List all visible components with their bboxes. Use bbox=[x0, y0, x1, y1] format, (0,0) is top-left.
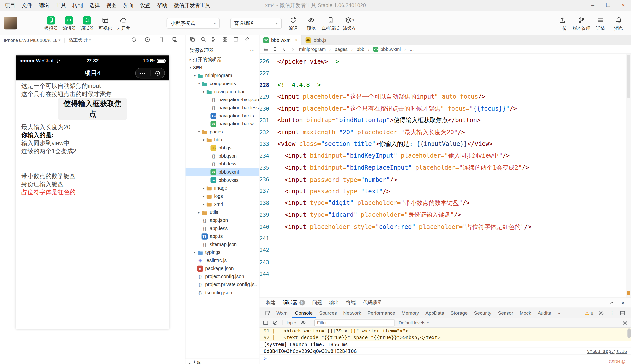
code-line[interactable]: 236 <input password type="number"/> bbox=[260, 174, 626, 186]
console-settings-icon[interactable] bbox=[622, 320, 628, 326]
devtools-tab-sensor[interactable]: Sensor bbox=[495, 308, 516, 318]
hot-reload-toggle[interactable]: 热重载 开▾ bbox=[69, 37, 91, 43]
tree-item[interactable]: ▾miniprogram bbox=[185, 72, 259, 80]
devtools-tab-network[interactable]: Network bbox=[340, 308, 364, 318]
editor-tab[interactable]: <>bbb.wxml× bbox=[260, 36, 302, 45]
input-placeholder-text[interactable]: 身份证输入键盘 bbox=[16, 180, 169, 188]
code-line[interactable]: 237 <input password type="text"/> bbox=[260, 186, 626, 197]
menu-item[interactable]: 工具 bbox=[52, 0, 69, 11]
breadcrumb-item[interactable]: <>bbb.wxml bbox=[373, 46, 401, 52]
tree-item[interactable]: <>navigation-bar.wxml bbox=[185, 120, 259, 128]
warning-counter[interactable]: ⚠8 bbox=[585, 310, 593, 316]
code-line[interactable]: 244 bbox=[260, 268, 626, 280]
menu-item[interactable]: 编辑 bbox=[36, 0, 53, 11]
code-line[interactable]: 229<input placeholder="这是一个可以自动聚焦的input"… bbox=[260, 91, 626, 103]
panel-tab[interactable]: 输出 bbox=[329, 299, 339, 306]
simulator-button[interactable]: 模拟器 bbox=[42, 11, 60, 35]
menu-item[interactable]: 选择 bbox=[86, 0, 103, 11]
input-placeholder-text[interactable]: 这个只有在按钮点击的时候才聚焦 bbox=[16, 90, 169, 98]
shot-button[interactable] bbox=[172, 37, 178, 44]
outline-section[interactable]: ▸大纲 bbox=[185, 358, 259, 364]
panel-tab[interactable]: 问题 bbox=[312, 299, 322, 306]
tree-item[interactable]: {}app.less bbox=[185, 224, 259, 232]
minimize-button[interactable]: – bbox=[585, 0, 600, 11]
code-editor[interactable]: 226</picker-view>-->227228<!--4.4.8-->22… bbox=[260, 54, 626, 298]
tree-item[interactable]: JSbbb.js bbox=[185, 144, 259, 152]
menu-item[interactable]: 文件 bbox=[19, 0, 36, 11]
tree-item[interactable]: {}bbb.less bbox=[185, 160, 259, 168]
breadcrumb-item[interactable]: bbb bbox=[357, 46, 365, 52]
code-line[interactable]: 239 <input type="idcard" placeholder="身份… bbox=[260, 209, 626, 221]
code-line[interactable]: 230<input placeholder="这个只有在按钮点击的时候才聚焦" … bbox=[260, 103, 626, 114]
tree-item[interactable]: {}navigation-bar.less bbox=[185, 104, 259, 112]
focus-button[interactable]: 使得输入框获取焦点 bbox=[58, 98, 127, 120]
breadcrumb-item[interactable]: ... bbox=[409, 46, 413, 52]
code-line[interactable]: 238 <input type="digit" placeholder="带小数… bbox=[260, 197, 626, 209]
input-placeholder-text[interactable]: 这是一个可以自动聚焦的input bbox=[16, 82, 169, 90]
devtools-tab-storage[interactable]: Storage bbox=[448, 308, 471, 318]
debugger-button[interactable]: 调试器 bbox=[78, 11, 96, 35]
tree-item[interactable]: {}sitemap.json bbox=[185, 240, 259, 248]
preview-button[interactable]: 预览 bbox=[302, 11, 320, 35]
capsule-home-button[interactable] bbox=[150, 71, 165, 75]
version-control-button[interactable]: 版本管理 bbox=[571, 11, 591, 35]
devtools-tab-performance[interactable]: Performance bbox=[364, 308, 398, 318]
clear-cache-button[interactable]: ▾清缓存 bbox=[340, 11, 358, 35]
breadcrumb-item[interactable]: pages bbox=[335, 46, 348, 52]
input-placeholder-text[interactable]: 最大输入长度为20 bbox=[16, 123, 169, 131]
console-sidebar-icon[interactable] bbox=[263, 320, 269, 326]
editor-tab[interactable]: JSbbb.js bbox=[302, 36, 330, 45]
tree-item[interactable]: ▸打开的编辑器 bbox=[185, 56, 259, 64]
panel-button[interactable] bbox=[233, 37, 239, 44]
panel-tab[interactable]: 构建 bbox=[266, 299, 276, 306]
code-line[interactable]: 226</picker-view>--> bbox=[260, 56, 626, 67]
input-placeholder-text[interactable]: 占位符字体是红色的 bbox=[16, 188, 169, 196]
devtools-tab-wxml[interactable]: Wxml bbox=[273, 308, 292, 318]
tree-item[interactable]: ▾navigation-bar bbox=[185, 88, 259, 96]
capsule-more-button[interactable]: ••• bbox=[136, 71, 150, 76]
breadcrumb-item[interactable]: miniprogram bbox=[299, 46, 326, 52]
more-options-icon[interactable]: ⋮ bbox=[609, 310, 614, 316]
editor-button[interactable]: 编辑器 bbox=[60, 11, 78, 35]
tree-item[interactable]: {}app.json bbox=[185, 216, 259, 224]
devtools-tab-console[interactable]: Console bbox=[292, 308, 316, 318]
devtools-tab-sources[interactable]: Sources bbox=[316, 308, 340, 318]
code-line[interactable]: 235 <input bindinput="bindReplaceInput" … bbox=[260, 162, 626, 174]
code-line[interactable]: 242 bbox=[260, 244, 626, 256]
menu-item[interactable]: 帮助 bbox=[154, 0, 171, 11]
user-avatar[interactable] bbox=[4, 16, 17, 29]
refresh-button[interactable] bbox=[131, 37, 137, 44]
devtools-tab-memory[interactable]: Memory bbox=[398, 308, 422, 318]
record-button[interactable] bbox=[144, 37, 150, 44]
close-button[interactable]: × bbox=[616, 0, 631, 11]
menu-item[interactable]: 设置 bbox=[137, 0, 154, 11]
panel-tab[interactable]: 代码质量 bbox=[363, 299, 382, 306]
devtools-tab-audits[interactable]: Audits bbox=[534, 308, 554, 318]
branch-button[interactable] bbox=[211, 37, 217, 44]
input-placeholder-text[interactable]: 带小数点的数学键盘 bbox=[16, 172, 169, 180]
scrollbar-thumb[interactable] bbox=[627, 55, 630, 98]
log-level-selector[interactable]: Default levels▾ bbox=[399, 320, 429, 325]
nav-back-button[interactable] bbox=[281, 46, 287, 52]
close-panel-icon[interactable]: × bbox=[621, 299, 624, 306]
console-row[interactable]: [system] Launch Time: 1856 ms bbox=[260, 341, 631, 348]
tree-item[interactable]: <>bbb.wxml bbox=[185, 168, 259, 176]
input-placeholder-text[interactable]: 输入同步到view中 bbox=[16, 139, 169, 147]
collapse-panel-icon[interactable] bbox=[609, 300, 615, 306]
menu-item[interactable]: 项目 bbox=[2, 0, 19, 11]
compile-button[interactable]: 编译 bbox=[284, 11, 302, 35]
devtools-tab-mock[interactable]: Mock bbox=[516, 308, 534, 318]
code-line[interactable]: 233<view class="section_title">你输入的是: {{… bbox=[260, 138, 626, 150]
tree-item[interactable]: ▾bbb bbox=[185, 136, 259, 144]
code-line[interactable]: 234 <input bindinput="bindKeyInput" plac… bbox=[260, 150, 626, 162]
visualization-button[interactable]: 可视化 bbox=[96, 11, 114, 35]
code-line[interactable]: 228<!--4.4.8--> bbox=[260, 79, 626, 91]
console-filter-input[interactable] bbox=[314, 320, 394, 326]
console-source-link[interactable]: VM603 app.js:16 bbox=[587, 349, 627, 354]
upload-button[interactable]: 上传 bbox=[553, 11, 571, 35]
gridsq-button[interactable] bbox=[222, 37, 228, 44]
nav-forward-button[interactable] bbox=[290, 46, 295, 52]
code-line[interactable]: 227 bbox=[260, 67, 626, 79]
devtools-tab-appdata[interactable]: AppData bbox=[422, 308, 447, 318]
menu-item[interactable]: 微信开发者工具 bbox=[171, 0, 214, 11]
